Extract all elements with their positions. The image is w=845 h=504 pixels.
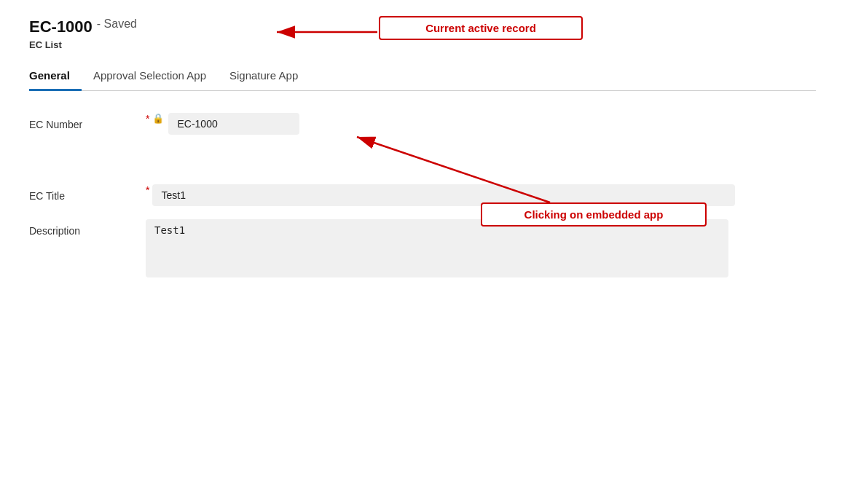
breadcrumb: EC List — [29, 39, 816, 50]
callout-active-record: Current active record — [379, 16, 583, 40]
lock-icon: 🔒 — [152, 113, 164, 124]
ec-number-row: EC Number * 🔒 — [29, 113, 816, 135]
description-row: Description — [29, 219, 816, 277]
record-status: - Saved — [97, 17, 137, 31]
ec-number-label: EC Number — [29, 113, 146, 130]
description-label: Description — [29, 219, 146, 237]
description-input[interactable] — [146, 219, 728, 277]
tab-signature-app[interactable]: Signature App — [229, 63, 310, 91]
record-id: EC-1000 — [29, 17, 93, 36]
ec-number-input[interactable] — [168, 113, 299, 135]
tab-approval-selection-app[interactable]: Approval Selection App — [93, 63, 218, 91]
ec-title-label: EC Title — [29, 184, 146, 202]
callout-embedded-app: Clicking on embedded app — [481, 202, 707, 227]
tab-general[interactable]: General — [29, 63, 82, 91]
ec-title-required-indicator: * — [146, 184, 149, 196]
tab-bar: General Approval Selection App Signature… — [29, 63, 816, 91]
required-indicator: * — [146, 113, 149, 125]
